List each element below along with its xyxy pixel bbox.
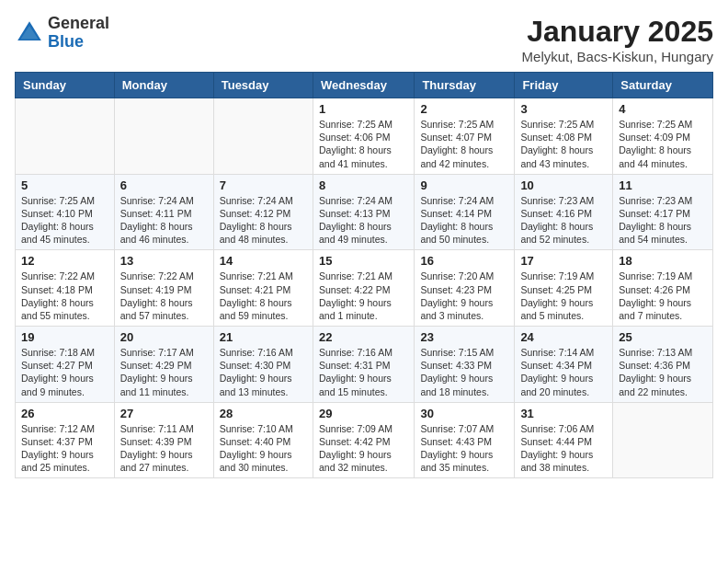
page-header: General Blue January 2025 Melykut, Bacs-… [15, 15, 713, 64]
day-info: Sunrise: 7:18 AM Sunset: 4:27 PM Dayligh… [21, 346, 108, 398]
weekday-header-sunday: Sunday [16, 73, 115, 98]
month-title: January 2025 [522, 15, 713, 49]
location-subtitle: Melykut, Bacs-Kiskun, Hungary [522, 49, 713, 64]
day-info: Sunrise: 7:16 AM Sunset: 4:30 PM Dayligh… [220, 346, 307, 398]
calendar-cell: 25Sunrise: 7:13 AM Sunset: 4:36 PM Dayli… [613, 327, 713, 403]
day-number: 1 [319, 102, 408, 116]
day-number: 28 [220, 407, 307, 420]
calendar-cell: 22Sunrise: 7:16 AM Sunset: 4:31 PM Dayli… [313, 327, 414, 403]
calendar-cell: 29Sunrise: 7:09 AM Sunset: 4:42 PM Dayli… [313, 402, 414, 478]
weekday-header-friday: Friday [515, 73, 613, 98]
day-number: 31 [520, 407, 607, 420]
calendar-cell [114, 98, 213, 175]
calendar-header-row: SundayMondayTuesdayWednesdayThursdayFrid… [16, 73, 713, 98]
day-info: Sunrise: 7:14 AM Sunset: 4:34 PM Dayligh… [520, 346, 607, 398]
day-number: 12 [21, 254, 108, 268]
day-info: Sunrise: 7:06 AM Sunset: 4:44 PM Dayligh… [520, 422, 607, 475]
calendar-week-row: 26Sunrise: 7:12 AM Sunset: 4:37 PM Dayli… [16, 402, 713, 478]
day-number: 5 [21, 178, 108, 192]
day-number: 26 [21, 407, 108, 420]
day-number: 3 [520, 102, 607, 116]
day-info: Sunrise: 7:25 AM Sunset: 4:08 PM Dayligh… [520, 118, 607, 170]
day-info: Sunrise: 7:21 AM Sunset: 4:21 PM Dayligh… [220, 270, 307, 322]
calendar-cell: 16Sunrise: 7:20 AM Sunset: 4:23 PM Dayli… [415, 250, 515, 327]
calendar-cell: 21Sunrise: 7:16 AM Sunset: 4:30 PM Dayli… [213, 327, 313, 403]
calendar-cell: 24Sunrise: 7:14 AM Sunset: 4:34 PM Dayli… [515, 327, 613, 403]
calendar-cell: 8Sunrise: 7:24 AM Sunset: 4:13 PM Daylig… [313, 174, 414, 250]
day-info: Sunrise: 7:24 AM Sunset: 4:13 PM Dayligh… [319, 194, 408, 247]
day-number: 16 [420, 254, 508, 268]
calendar-cell: 23Sunrise: 7:15 AM Sunset: 4:33 PM Dayli… [415, 327, 515, 403]
calendar-cell: 6Sunrise: 7:24 AM Sunset: 4:11 PM Daylig… [114, 174, 213, 250]
calendar-cell: 14Sunrise: 7:21 AM Sunset: 4:21 PM Dayli… [213, 250, 313, 327]
calendar-cell: 31Sunrise: 7:06 AM Sunset: 4:44 PM Dayli… [515, 402, 613, 478]
calendar-cell: 10Sunrise: 7:23 AM Sunset: 4:16 PM Dayli… [515, 174, 613, 250]
title-section: January 2025 Melykut, Bacs-Kiskun, Hunga… [522, 15, 713, 64]
weekday-header-monday: Monday [114, 73, 213, 98]
day-number: 29 [319, 407, 408, 420]
calendar-cell: 26Sunrise: 7:12 AM Sunset: 4:37 PM Dayli… [16, 402, 115, 478]
day-number: 22 [319, 330, 408, 344]
day-info: Sunrise: 7:13 AM Sunset: 4:36 PM Dayligh… [619, 346, 707, 398]
day-number: 25 [619, 330, 707, 344]
day-info: Sunrise: 7:24 AM Sunset: 4:11 PM Dayligh… [120, 194, 208, 247]
calendar-cell: 19Sunrise: 7:18 AM Sunset: 4:27 PM Dayli… [16, 327, 115, 403]
day-number: 20 [120, 330, 208, 344]
logo-blue-text: Blue [48, 33, 109, 52]
calendar-cell: 28Sunrise: 7:10 AM Sunset: 4:40 PM Dayli… [213, 402, 313, 478]
calendar-cell: 2Sunrise: 7:25 AM Sunset: 4:07 PM Daylig… [415, 98, 515, 175]
day-info: Sunrise: 7:15 AM Sunset: 4:33 PM Dayligh… [420, 346, 508, 398]
calendar-cell: 13Sunrise: 7:22 AM Sunset: 4:19 PM Dayli… [114, 250, 213, 327]
weekday-header-saturday: Saturday [613, 73, 713, 98]
day-info: Sunrise: 7:25 AM Sunset: 4:10 PM Dayligh… [21, 194, 108, 247]
day-info: Sunrise: 7:11 AM Sunset: 4:39 PM Dayligh… [120, 422, 208, 475]
day-number: 30 [420, 407, 508, 420]
day-number: 4 [619, 102, 707, 116]
day-info: Sunrise: 7:19 AM Sunset: 4:25 PM Dayligh… [520, 270, 607, 322]
day-number: 2 [420, 102, 508, 116]
logo-general-text: General [48, 15, 109, 33]
calendar-cell: 15Sunrise: 7:21 AM Sunset: 4:22 PM Dayli… [313, 250, 414, 327]
calendar-cell: 1Sunrise: 7:25 AM Sunset: 4:06 PM Daylig… [313, 98, 414, 175]
day-info: Sunrise: 7:23 AM Sunset: 4:16 PM Dayligh… [520, 194, 607, 247]
calendar-cell [213, 98, 313, 175]
day-number: 14 [220, 254, 307, 268]
day-info: Sunrise: 7:07 AM Sunset: 4:43 PM Dayligh… [420, 422, 508, 475]
day-number: 8 [319, 178, 408, 192]
calendar-cell: 30Sunrise: 7:07 AM Sunset: 4:43 PM Dayli… [415, 402, 515, 478]
day-info: Sunrise: 7:10 AM Sunset: 4:40 PM Dayligh… [220, 422, 307, 475]
day-number: 17 [520, 254, 607, 268]
day-info: Sunrise: 7:23 AM Sunset: 4:17 PM Dayligh… [619, 194, 707, 247]
day-info: Sunrise: 7:25 AM Sunset: 4:09 PM Dayligh… [619, 118, 707, 170]
day-number: 6 [120, 178, 208, 192]
calendar-week-row: 5Sunrise: 7:25 AM Sunset: 4:10 PM Daylig… [16, 174, 713, 250]
calendar-cell: 12Sunrise: 7:22 AM Sunset: 4:18 PM Dayli… [16, 250, 115, 327]
calendar-cell: 9Sunrise: 7:24 AM Sunset: 4:14 PM Daylig… [415, 174, 515, 250]
day-number: 9 [420, 178, 508, 192]
day-info: Sunrise: 7:17 AM Sunset: 4:29 PM Dayligh… [120, 346, 208, 398]
day-info: Sunrise: 7:22 AM Sunset: 4:19 PM Dayligh… [120, 270, 208, 322]
day-info: Sunrise: 7:20 AM Sunset: 4:23 PM Dayligh… [420, 270, 508, 322]
day-number: 7 [220, 178, 307, 192]
logo-text: General Blue [48, 15, 109, 52]
calendar-week-row: 19Sunrise: 7:18 AM Sunset: 4:27 PM Dayli… [16, 327, 713, 403]
calendar-table: SundayMondayTuesdayWednesdayThursdayFrid… [15, 72, 713, 478]
calendar-cell: 7Sunrise: 7:24 AM Sunset: 4:12 PM Daylig… [213, 174, 313, 250]
calendar-week-row: 1Sunrise: 7:25 AM Sunset: 4:06 PM Daylig… [16, 98, 713, 175]
calendar-cell [613, 402, 713, 478]
day-info: Sunrise: 7:16 AM Sunset: 4:31 PM Dayligh… [319, 346, 408, 398]
weekday-header-tuesday: Tuesday [213, 73, 313, 98]
day-info: Sunrise: 7:24 AM Sunset: 4:12 PM Dayligh… [220, 194, 307, 247]
day-number: 27 [120, 407, 208, 420]
weekday-header-thursday: Thursday [415, 73, 515, 98]
day-number: 10 [520, 178, 607, 192]
day-info: Sunrise: 7:25 AM Sunset: 4:07 PM Dayligh… [420, 118, 508, 170]
day-info: Sunrise: 7:24 AM Sunset: 4:14 PM Dayligh… [420, 194, 508, 247]
calendar-cell: 17Sunrise: 7:19 AM Sunset: 4:25 PM Dayli… [515, 250, 613, 327]
calendar-cell: 4Sunrise: 7:25 AM Sunset: 4:09 PM Daylig… [613, 98, 713, 175]
day-number: 21 [220, 330, 307, 344]
day-number: 11 [619, 178, 707, 192]
day-info: Sunrise: 7:22 AM Sunset: 4:18 PM Dayligh… [21, 270, 108, 322]
calendar-week-row: 12Sunrise: 7:22 AM Sunset: 4:18 PM Dayli… [16, 250, 713, 327]
calendar-cell [16, 98, 115, 175]
